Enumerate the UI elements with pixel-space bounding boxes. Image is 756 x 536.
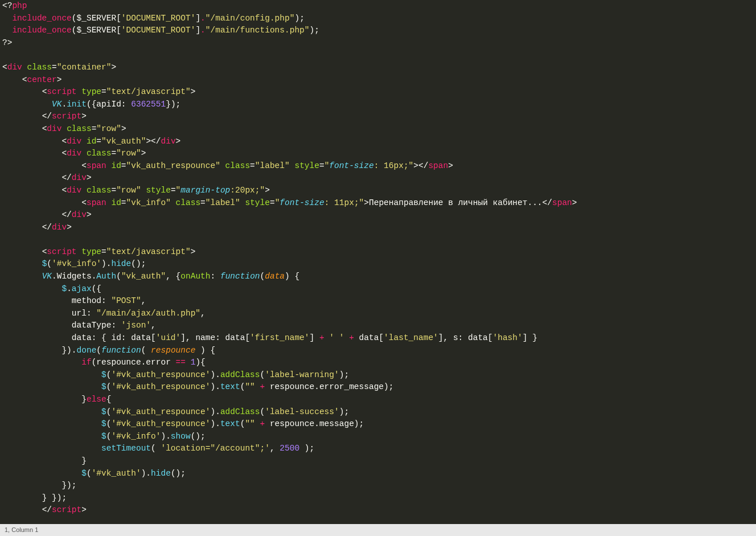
code-token: hide: [151, 469, 171, 478]
code-token: }).: [61, 346, 76, 355]
code-token: done: [77, 346, 97, 355]
code-token: $: [61, 284, 67, 293]
code-token: >: [87, 210, 92, 219]
code-token: margin-top: [180, 186, 230, 195]
code-token: $: [101, 370, 106, 379]
code-token: font-size: [329, 161, 373, 170]
code-token: style: [146, 186, 171, 195]
code-token: >: [448, 161, 453, 170]
code-token: [344, 333, 349, 342]
code-token: );: [299, 444, 314, 453]
code-token: div: [67, 149, 81, 158]
code-token: >: [81, 505, 87, 514]
code-token: ();: [131, 259, 146, 268]
code-token: respounce: [151, 346, 195, 355]
code-token: <: [61, 186, 67, 195]
code-token: }: [81, 395, 87, 404]
code-token: $: [101, 407, 106, 416]
code-token: 'location="/account";': [161, 444, 269, 453]
code-token: =: [101, 87, 106, 96]
code-token: ": [359, 198, 364, 207]
code-token: ).: [210, 370, 220, 379]
code-token: span: [87, 161, 106, 170]
code-token: div: [67, 186, 81, 195]
code-token: "vk_auth": [101, 137, 146, 146]
code-token: "": [245, 419, 254, 428]
code-token: : 16px;: [374, 161, 409, 170]
code-token: ).: [210, 407, 220, 416]
code-token: '#vk_auth_respounce': [111, 407, 210, 416]
code-token: <: [61, 137, 67, 146]
code-token: ){: [195, 358, 205, 367]
code-token: class: [27, 63, 52, 72]
code-token: (: [72, 26, 77, 35]
code-token: : 11px;: [324, 198, 359, 207]
code-token: '#vk_info': [111, 432, 161, 441]
code-token: "text/javascript": [106, 87, 191, 96]
code-token: (: [96, 346, 101, 355]
code-token: data: { id: data[: [72, 333, 156, 342]
code-token: ": [260, 186, 265, 195]
code-token: "/main/ajax/auth.php": [96, 309, 200, 318]
code-token: [255, 382, 260, 391]
code-token: show: [171, 432, 191, 441]
code-token: Перенаправление в личный кабинет...: [369, 198, 543, 207]
code-token: id: [87, 137, 96, 146]
code-token: respounce.error_message);: [265, 382, 393, 391]
code-token: >: [57, 75, 62, 84]
code-token: 'hash': [493, 333, 523, 342]
code-token: });: [166, 100, 180, 109]
code-token: ,: [141, 296, 146, 305]
code-token: </: [61, 173, 71, 182]
code-token: ).: [161, 432, 170, 441]
code-token: >: [176, 137, 181, 146]
code-token: ,: [200, 309, 206, 318]
code-block[interactable]: <?php include_once($_SERVER['DOCUMENT_RO…: [0, 0, 756, 517]
code-token: =: [111, 186, 116, 195]
code-token: );: [339, 407, 349, 416]
code-token: ": [176, 186, 181, 195]
code-token: "POST": [111, 296, 141, 305]
code-token: "label": [255, 161, 290, 170]
code-token: =: [270, 198, 275, 207]
code-token: >: [81, 112, 87, 121]
code-token: center: [27, 75, 57, 84]
code-token: +: [260, 382, 265, 391]
code-token: font-size: [280, 198, 324, 207]
code-token: (: [116, 272, 121, 281]
code-token: 'DOCUMENT_ROOT': [121, 14, 196, 23]
code-token: (respounce.error: [92, 358, 176, 367]
code-token: =: [319, 161, 324, 170]
code-token: "text/javascript": [106, 247, 191, 256]
code-token: "vk_auth_respounce": [126, 161, 220, 170]
code-token: ?>: [2, 38, 12, 47]
code-token: '#vk_auth_respounce': [111, 382, 210, 391]
code-token: $_SERVER: [77, 26, 117, 35]
code-token: Auth: [96, 272, 116, 281]
code-token: (: [151, 444, 161, 453]
code-token: }: [81, 456, 87, 465]
code-token: method:: [72, 296, 112, 305]
code-token: 'label-warning': [265, 370, 339, 379]
code-token: ({: [87, 100, 96, 109]
code-token: =: [200, 198, 206, 207]
code-editor[interactable]: <?php include_once($_SERVER['DOCUMENT_RO…: [0, 0, 756, 524]
code-token: (: [260, 407, 265, 416]
code-token: (: [47, 259, 52, 268]
code-token: hide: [111, 259, 131, 268]
code-token: include_once: [12, 14, 71, 23]
code-token: 'uid': [156, 333, 181, 342]
code-token: script: [52, 505, 81, 514]
code-token: ], name: data[: [180, 333, 250, 342]
code-token: class: [176, 198, 201, 207]
code-token: onAuth: [180, 272, 210, 281]
code-token: ).: [210, 419, 220, 428]
code-token: 'label-success': [265, 407, 339, 416]
code-token: "container": [57, 63, 112, 72]
code-token: .: [67, 284, 72, 293]
code-token: >: [364, 198, 369, 207]
code-token: data[: [354, 333, 384, 342]
status-bar: 1, Column 1: [0, 524, 756, 536]
code-token: span: [87, 198, 106, 207]
code-token: span: [552, 198, 572, 207]
